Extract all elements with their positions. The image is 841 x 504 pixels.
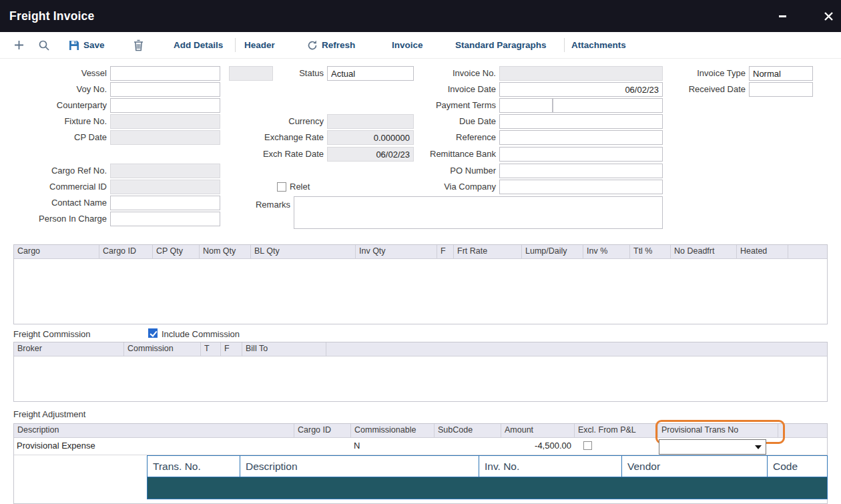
col-header-commissionable[interactable]: Commissionable xyxy=(351,424,435,437)
toolbar-separator xyxy=(564,38,565,52)
col-header-bill-to[interactable]: Bill To xyxy=(242,342,326,356)
po-number-input[interactable] xyxy=(499,164,663,178)
remittance-bank-input[interactable] xyxy=(499,147,663,162)
col-header-amount[interactable]: Amount xyxy=(501,424,575,437)
refresh-button-label: Refresh xyxy=(322,40,355,50)
via-company-input[interactable] xyxy=(499,180,663,194)
col-header-cargo[interactable]: Cargo xyxy=(14,245,99,258)
col-header-cargo-id[interactable]: Cargo ID xyxy=(99,245,153,258)
cargo-ref-no-input xyxy=(110,164,220,178)
received-date-input[interactable] xyxy=(749,82,813,97)
remarks-textarea[interactable] xyxy=(294,196,663,229)
contact-name-label: Contact Name xyxy=(0,196,107,210)
close-button[interactable] xyxy=(818,0,838,32)
delete-icon[interactable] xyxy=(133,32,144,58)
exchange-rate-label: Exchange Rate xyxy=(220,130,324,145)
due-date-input[interactable] xyxy=(499,114,663,129)
minimize-icon xyxy=(779,15,786,17)
col-header-filler xyxy=(778,424,827,437)
col-header-inv-qty[interactable]: Inv Qty xyxy=(356,245,437,258)
toolbar-separator xyxy=(235,38,236,52)
col-header-frt-rate[interactable]: Frt Rate xyxy=(454,245,522,258)
invoice-no-label: Invoice No. xyxy=(387,66,496,81)
due-date-label: Due Date xyxy=(387,114,496,129)
save-button[interactable]: Save xyxy=(69,32,105,58)
col-header-commission[interactable]: Commission xyxy=(124,342,201,356)
adjustment-row-description[interactable]: Provisional Expense xyxy=(17,437,95,455)
cargo-grid: Cargo Cargo ID CP Qty Nom Qty BL Qty Inv… xyxy=(13,244,828,324)
commercial-id-input xyxy=(110,180,220,194)
dropdown-col-description[interactable]: Description xyxy=(240,455,479,477)
standard-paragraphs-button[interactable]: Standard Paragraphs xyxy=(455,32,547,58)
add-icon[interactable] xyxy=(13,32,25,58)
relet-label: Relet xyxy=(290,180,330,194)
dropdown-selected-row[interactable] xyxy=(147,477,828,499)
combobox-dropdown-icon[interactable] xyxy=(755,445,762,449)
col-header-excl-from-pl[interactable]: Excl. From P&L xyxy=(575,424,658,437)
invoice-type-input[interactable] xyxy=(749,66,813,81)
invoice-button[interactable]: Invoice xyxy=(392,32,423,58)
fixture-no-label: Fixture No. xyxy=(0,114,107,129)
window-title: Freight Invoice xyxy=(9,0,94,32)
fixture-no-input xyxy=(110,114,220,129)
currency-label: Currency xyxy=(220,114,324,129)
minimize-button[interactable] xyxy=(773,0,792,32)
payment-terms-desc-input[interactable] xyxy=(553,98,663,113)
col-header-heated[interactable]: Heated xyxy=(737,245,788,258)
reference-label: Reference xyxy=(387,130,496,145)
col-header-bl-qty[interactable]: BL Qty xyxy=(251,245,356,258)
invoice-date-input[interactable] xyxy=(499,82,663,97)
provisional-trans-no-combobox[interactable] xyxy=(659,439,766,455)
col-header-broker[interactable]: Broker xyxy=(14,342,124,356)
col-header-no-deadfrt[interactable]: No Deadfrt xyxy=(671,245,737,258)
remarks-label: Remarks xyxy=(200,198,290,212)
search-icon[interactable] xyxy=(38,32,50,58)
attachments-button[interactable]: Attachments xyxy=(571,32,626,58)
titlebar: Freight Invoice xyxy=(0,0,841,32)
add-details-button[interactable]: Add Details xyxy=(174,32,223,58)
status-label: Status xyxy=(220,66,324,81)
cargo-grid-header: Cargo Cargo ID CP Qty Nom Qty BL Qty Inv… xyxy=(14,245,827,259)
col-header-subcode[interactable]: SubCode xyxy=(435,424,501,437)
person-in-charge-input[interactable] xyxy=(110,212,220,226)
freight-invoice-window: Freight Invoice Save Add Details Head xyxy=(0,0,841,504)
dropdown-header-row: Trans. No. Description Inv. No. Vendor C… xyxy=(147,455,828,477)
col-header-inv-pct[interactable]: Inv % xyxy=(583,245,630,258)
counterparty-input[interactable] xyxy=(110,98,220,113)
save-button-label: Save xyxy=(83,40,105,50)
col-header-provisional-trans-no[interactable]: Provisional Trans No xyxy=(658,424,778,437)
close-icon xyxy=(824,12,833,21)
toolbar: Save Add Details Header Refresh Invoice … xyxy=(0,32,841,59)
col-header-cargo-id[interactable]: Cargo ID xyxy=(294,424,351,437)
col-header-ttl-pct[interactable]: Ttl % xyxy=(630,245,671,258)
col-header-cp-qty[interactable]: CP Qty xyxy=(153,245,200,258)
adjustment-row-amount[interactable]: -4,500.00 xyxy=(501,437,571,455)
include-commission-checkbox[interactable] xyxy=(148,328,158,338)
dropdown-col-inv-no[interactable]: Inv. No. xyxy=(479,455,622,477)
payment-terms-code-input[interactable] xyxy=(499,98,553,113)
adjustment-grid-header: Description Cargo ID Commissionable SubC… xyxy=(14,424,827,438)
dropdown-col-code[interactable]: Code xyxy=(767,455,828,477)
voy-no-input[interactable] xyxy=(110,82,220,97)
col-header-description[interactable]: Description xyxy=(14,424,294,437)
col-header-nom-qty[interactable]: Nom Qty xyxy=(200,245,251,258)
col-header-f[interactable]: F xyxy=(221,342,242,356)
include-commission-label: Include Commission xyxy=(162,328,240,340)
relet-checkbox[interactable] xyxy=(277,182,286,192)
adjustment-row-commissionable[interactable]: N xyxy=(354,437,360,455)
dropdown-col-vendor[interactable]: Vendor xyxy=(621,455,768,477)
vessel-input[interactable] xyxy=(110,66,220,81)
cp-date-input xyxy=(110,130,220,145)
col-header-f[interactable]: F xyxy=(437,245,454,258)
vessel-label: Vessel xyxy=(0,66,107,81)
col-header-t[interactable]: T xyxy=(201,342,221,356)
dropdown-col-trans-no[interactable]: Trans. No. xyxy=(147,455,240,477)
header-button[interactable]: Header xyxy=(244,32,275,58)
col-header-filler xyxy=(788,245,827,258)
excl-from-pl-checkbox[interactable] xyxy=(583,441,592,450)
freight-adjustment-section-label: Freight Adjustment xyxy=(13,409,85,421)
voy-no-label: Voy No. xyxy=(0,82,107,97)
col-header-lump-daily[interactable]: Lump/Daily xyxy=(522,245,583,258)
refresh-button[interactable]: Refresh xyxy=(307,32,355,58)
reference-input[interactable] xyxy=(499,130,663,145)
